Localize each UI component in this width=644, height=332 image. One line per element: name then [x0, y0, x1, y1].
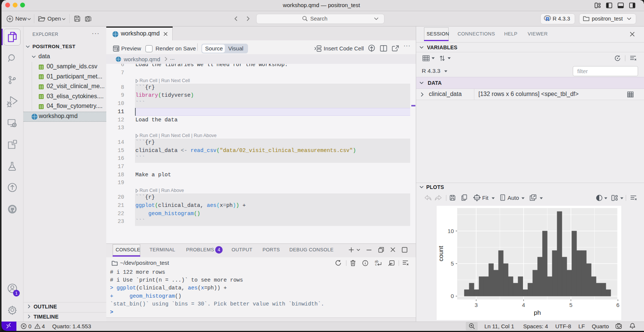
svg-text:R: R — [546, 16, 549, 22]
svg-text:3: 3 — [475, 302, 478, 308]
svg-text:10: 10 — [447, 228, 454, 234]
svg-text:5: 5 — [451, 260, 454, 267]
svg-text:count: count — [437, 246, 444, 261]
svg-text:6: 6 — [616, 302, 619, 308]
svg-text:0: 0 — [451, 293, 454, 299]
svg-text:5: 5 — [569, 302, 572, 308]
svg-text:ph: ph — [534, 309, 541, 316]
svg-text:4: 4 — [522, 302, 525, 308]
